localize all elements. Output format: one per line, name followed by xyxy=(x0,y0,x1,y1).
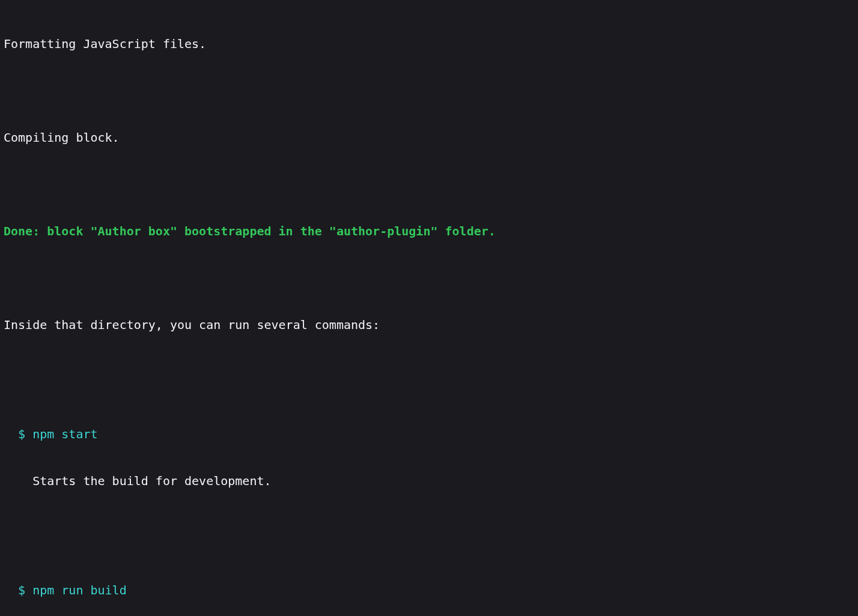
blank-line xyxy=(4,177,854,192)
blank-line xyxy=(4,364,854,379)
blank-line xyxy=(4,83,854,98)
blank-line xyxy=(4,520,854,536)
terminal-output[interactable]: Formatting JavaScript files. Compiling b… xyxy=(4,5,854,616)
status-compiling: Compiling block. xyxy=(4,130,854,145)
status-done: Done: block "Author box" bootstrapped in… xyxy=(4,223,854,239)
status-formatting: Formatting JavaScript files. xyxy=(4,36,854,52)
blank-line xyxy=(4,270,854,286)
cmd-npm-start: $ npm start xyxy=(4,426,854,442)
cmd-npm-start-desc: Starts the build for development. xyxy=(4,473,854,489)
intro-text: Inside that directory, you can run sever… xyxy=(4,317,854,333)
cmd-npm-build: $ npm run build xyxy=(4,582,854,598)
